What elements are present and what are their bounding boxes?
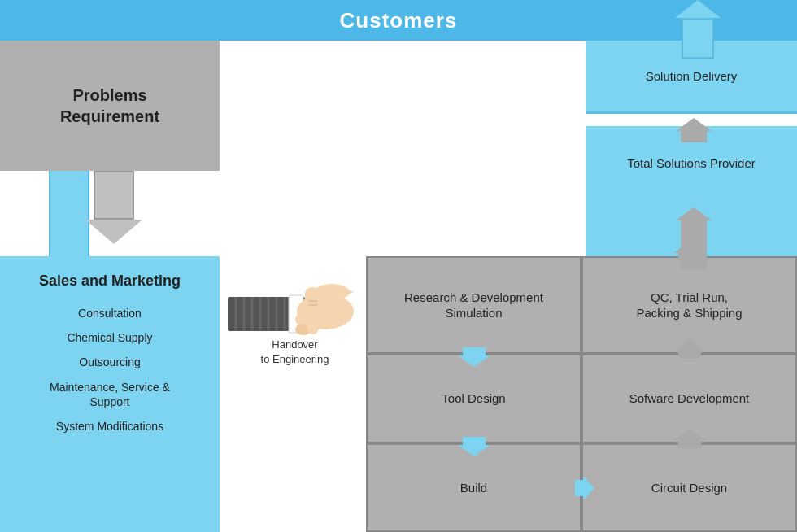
handover-hand-icon [211,256,374,350]
circuit-label: Circuit Design [651,480,727,496]
circuit-design-cell: Circuit Design [581,443,797,532]
arrow-head [673,339,706,351]
handover-text: Handover to Engineering [261,338,329,365]
tool-label: Tool Design [442,390,505,407]
sales-title: Sales and Marketing [39,273,181,290]
sales-item-maintenance: Maintenance, Service & Support [50,380,170,409]
build-cell: Build [366,443,581,532]
arrow-shaft [678,351,701,359]
total-solutions-label: Total Solutions Provider [627,156,756,170]
arrow-shaft [463,437,486,445]
sales-item-chemical: Chemical Supply [67,330,152,345]
qc-to-total-arrow [676,207,712,269]
arrow-head [458,355,490,367]
engineering-grid: Research & Development Simulation QC, Tr… [366,256,797,532]
arrow-shaft [681,131,707,142]
problems-box: Problems Requirement [0,41,220,171]
arrow-shaft [575,480,583,496]
problems-down-arrow [85,171,142,244]
arrow-shaft [678,440,701,448]
sales-item-sysmod: System Modifications [56,419,163,434]
arrow-head [676,118,712,131]
arrow-shaft [94,171,134,220]
sales-item-outsourcing: Outsourcing [79,355,140,369]
arrow-head [85,220,142,244]
sales-panel: Sales and Marketing Consultation Chemica… [0,256,220,532]
solution-delivery-label: Solution Delivery [646,69,738,83]
problems-label: Problems Requirement [60,85,159,127]
solution-delivery-top-arrow [675,0,721,59]
build-label: Build [460,480,487,496]
svg-point-18 [307,315,320,334]
arrow-head [673,429,706,440]
arrow-shaft [463,347,486,355]
handover-label: Handover to Engineering [224,338,366,367]
rd-label: Research & Development Simulation [404,290,543,321]
tool-design-cell: Tool Design [366,354,581,443]
arrow-head [675,0,721,18]
arrow-head [458,445,490,456]
arrow-shaft [682,18,714,59]
sales-item-consultation: Consultation [78,306,142,321]
mid-arrow [676,118,712,142]
qc-label: QC, Trial Run, Packing & Shipping [636,290,742,321]
arrow-head [676,207,712,220]
customers-label: Customers [340,8,458,33]
arrow-head [583,476,594,500]
sw-label: Sofware Development [629,390,750,407]
arrow-shaft [681,220,707,269]
rd-cell: Research & Development Simulation [366,256,581,354]
